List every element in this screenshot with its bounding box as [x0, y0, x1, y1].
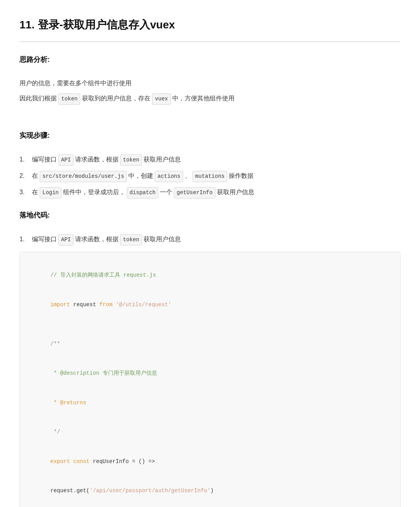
- step-1-num: 1.: [19, 154, 30, 165]
- code-request-call: request.get(: [50, 488, 89, 494]
- step-1-text3: 获取用户信息: [144, 154, 181, 165]
- code-line-comment1: // 导入封装的网络请求工具 request.js: [31, 261, 389, 290]
- code-export-kw: export: [50, 458, 70, 465]
- step-1-text2: 请求函数，根据: [75, 154, 119, 165]
- step-2-num: 2.: [19, 170, 30, 182]
- step-2-text2: 中，创建: [128, 170, 153, 182]
- code-step-1-text2: 请求函数，根据: [75, 234, 119, 245]
- code-from-kw: from: [99, 302, 112, 308]
- code-line-jsdoc-end: */: [31, 418, 389, 447]
- inline-code-actions: actions: [155, 171, 183, 182]
- step-1: 1. 编写接口 API 请求函数，根据 token 获取用户信息: [19, 154, 401, 166]
- inline-code-mutations: mutations: [192, 171, 228, 182]
- code-requserinfo: reqUserInfo: [89, 458, 132, 465]
- inline-code-dispatch: dispatch: [127, 187, 158, 198]
- step-2-content: 在 src/store/modules/user.js 中，创建 actions…: [32, 170, 254, 182]
- section-steps: 实现步骤: 1. 编写接口 API 请求函数，根据 token 获取用户信息 2…: [19, 112, 401, 198]
- step-3-num: 3.: [19, 187, 30, 198]
- code-jsdoc-start: /**: [50, 341, 60, 347]
- step-1-text1: 编写接口: [32, 154, 57, 165]
- step-1-content: 编写接口 API 请求函数，根据 token 获取用户信息: [32, 154, 181, 166]
- para2-text2: 获取到的用户信息，存在: [82, 95, 150, 102]
- section-analysis-heading: 思路分析:: [19, 54, 401, 66]
- code-import-kw: import: [50, 302, 70, 308]
- code-step-1-num: 1.: [19, 234, 30, 245]
- code-jsdoc-end: */: [50, 429, 60, 435]
- code-line-jsdoc-desc: * @description 专门用于获取用户信息: [31, 359, 389, 388]
- code-step-1-text1: 编写接口: [32, 234, 57, 245]
- para2: 因此我们根据 token 获取到的用户信息，存在 vuex 中，方便其他组件使用: [19, 93, 401, 105]
- para2-text3: 中，方便其他组件使用: [172, 95, 234, 102]
- code-const-kw: const: [73, 458, 89, 465]
- code-step-1-content: 编写接口 API 请求函数，根据 token 获取用户信息: [32, 234, 181, 246]
- step-2: 2. 在 src/store/modules/user.js 中，创建 acti…: [19, 170, 401, 182]
- inline-code-vuex: vuex: [152, 93, 171, 105]
- code-steps-list: 1. 编写接口 API 请求函数，根据 token 获取用户信息: [19, 234, 401, 246]
- step-3-text3: 一个: [160, 187, 172, 198]
- section-analysis: 思路分析: 用户的信息，需要在多个组件中进行使用 因此我们根据 token 获取…: [19, 54, 401, 105]
- steps-list: 1. 编写接口 API 请求函数，根据 token 获取用户信息 2. 在 sr…: [19, 154, 401, 199]
- code-jsdoc-desc: * @description 专门用于获取用户信息: [50, 370, 157, 376]
- code-request-paren: ): [210, 488, 214, 494]
- page-title: 11. 登录-获取用户信息存入vuex: [19, 16, 401, 42]
- code-jsdoc-returns: * @returns: [50, 400, 86, 406]
- section-steps-heading: 实现步骤:: [19, 130, 401, 142]
- step-2-text4: 操作数据: [229, 170, 254, 182]
- para1: 用户的信息，需要在多个组件中进行使用: [19, 78, 401, 89]
- code-request-path: '/api/user/passport/auth/getUserInfo': [89, 488, 210, 494]
- code-comment-text1: // 导入封装的网络请求工具 request.js: [50, 272, 156, 278]
- code-line-jsdoc-returns: * @returns: [31, 388, 389, 418]
- inline-code-getuserinfo: getUserInfo: [174, 187, 215, 198]
- step-3-content: 在 Login 组件中，登录成功后， dispatch 一个 getUserIn…: [32, 187, 254, 198]
- code-line-jsdoc-start: /**: [31, 329, 389, 359]
- code-line-export: export const reqUserInfo = () =>: [31, 447, 389, 477]
- step-3-text4: 获取用户信息: [217, 187, 254, 198]
- code-line-blank1: [31, 319, 389, 329]
- step-2-text1: 在: [32, 170, 38, 182]
- step-3-text2: 组件中，登录成功后，: [63, 187, 125, 198]
- code-step-1-text3: 获取用户信息: [144, 234, 181, 245]
- code-import-mid: request: [70, 302, 100, 308]
- section-code: 落地代码: 1. 编写接口 API 请求函数，根据 token 获取用户信息 /…: [19, 209, 401, 507]
- inline-code-token3: token: [120, 234, 142, 246]
- section-code-heading: 落地代码:: [19, 209, 401, 221]
- inline-code-token2: token: [120, 154, 142, 166]
- step-3: 3. 在 Login 组件中，登录成功后， dispatch 一个 getUse…: [19, 187, 401, 198]
- code-block-1: // 导入封装的网络请求工具 request.js import request…: [19, 252, 401, 507]
- inline-code-api2: API: [58, 234, 74, 246]
- code-import-path: '@/utils/request': [116, 302, 171, 308]
- code-step-1: 1. 编写接口 API 请求函数，根据 token 获取用户信息: [19, 234, 401, 246]
- code-line-import: import request from '@/utils/request': [31, 290, 389, 320]
- code-eq: = () =>: [132, 458, 155, 465]
- code-line-request: request.get('/api/user/passport/auth/get…: [31, 476, 389, 506]
- inline-code-login: Login: [40, 187, 61, 198]
- step-2-text3: 、: [185, 170, 191, 182]
- code-export-space: [70, 458, 73, 465]
- para2-text1: 因此我们根据: [19, 95, 57, 102]
- inline-code-api1: API: [58, 154, 74, 166]
- inline-code-token1: token: [58, 93, 80, 105]
- inline-code-filepath: src/store/modules/user.js: [40, 171, 127, 182]
- step-3-text1: 在: [32, 187, 38, 198]
